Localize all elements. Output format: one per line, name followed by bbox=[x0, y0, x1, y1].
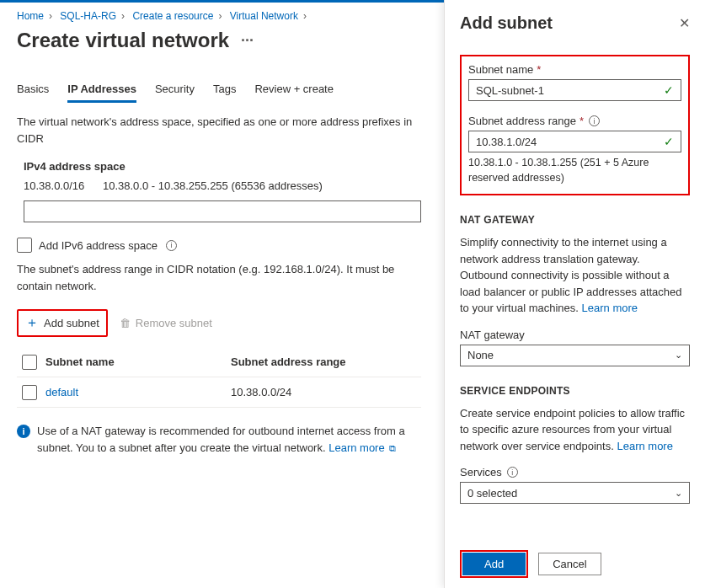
ipv4-address-line: 10.38.0.0/16 10.38.0.0 - 10.38.255.255 (… bbox=[24, 179, 421, 192]
address-space-input[interactable] bbox=[24, 200, 421, 222]
subnets-table: Subnet name Subnet address range default… bbox=[17, 347, 421, 408]
subnet-link-default[interactable]: default bbox=[45, 386, 78, 398]
breadcrumb: Home› SQL-HA-RG› Create a resource› Virt… bbox=[17, 10, 421, 22]
tab-basics[interactable]: Basics bbox=[17, 78, 49, 103]
ipv6-checkbox-label: Add IPv6 address space bbox=[39, 239, 158, 252]
add-subnet-panel: Add subnet ✕ Subnet name* SQL-subnet-1 ✓… bbox=[444, 0, 705, 588]
add-subnet-button[interactable]: ＋ Add subnet bbox=[20, 313, 104, 334]
tabs: Basics IP Addresses Security Tags Review… bbox=[17, 78, 421, 104]
info-icon[interactable]: i bbox=[507, 467, 518, 478]
breadcrumb-rg[interactable]: SQL-HA-RG bbox=[60, 10, 116, 22]
chevron-down-icon: ⌄ bbox=[675, 488, 682, 499]
select-all-checkbox[interactable] bbox=[22, 355, 37, 370]
nat-info-text: Use of a NAT gateway is recommended for … bbox=[37, 423, 421, 456]
se-learn-more-link[interactable]: Learn more bbox=[617, 440, 672, 452]
nat-gateway-heading: NAT GATEWAY bbox=[460, 214, 690, 226]
tab-ip-addresses[interactable]: IP Addresses bbox=[67, 78, 136, 103]
trash-icon: 🗑 bbox=[120, 317, 131, 329]
breadcrumb-home[interactable]: Home bbox=[17, 10, 44, 22]
service-endpoints-heading: SERVICE ENDPOINTS bbox=[460, 385, 690, 397]
nat-gateway-select[interactable]: None ⌄ bbox=[460, 345, 690, 366]
external-link-icon: ⧉ bbox=[387, 443, 396, 453]
tab-tags[interactable]: Tags bbox=[213, 78, 236, 103]
nat-gateway-text: Simplify connectivity to the internet us… bbox=[460, 234, 690, 317]
info-icon: i bbox=[17, 425, 30, 438]
service-endpoints-text: Create service endpoint policies to allo… bbox=[460, 405, 690, 455]
col-subnet-range: Subnet address range bbox=[231, 355, 421, 368]
ipv4-label: IPv4 address space bbox=[24, 160, 421, 173]
ipv6-checkbox[interactable] bbox=[17, 238, 32, 253]
address-space-description: The virtual network's address space, spe… bbox=[17, 114, 421, 147]
breadcrumb-current: Virtual Network bbox=[230, 10, 298, 22]
subnet-range-hint: 10.38.1.0 - 10.38.1.255 (251 + 5 Azure r… bbox=[468, 156, 681, 185]
check-icon: ✓ bbox=[664, 83, 674, 97]
close-icon[interactable]: ✕ bbox=[679, 15, 690, 31]
check-icon: ✓ bbox=[664, 135, 674, 148]
subnet-range-input[interactable]: 10.38.1.0/24 ✓ bbox=[468, 131, 681, 152]
breadcrumb-create[interactable]: Create a resource bbox=[132, 10, 213, 22]
info-icon[interactable]: i bbox=[589, 115, 600, 126]
panel-title: Add subnet bbox=[460, 13, 553, 33]
page-title: Create virtual network ··· bbox=[17, 29, 421, 52]
nat-learn-more-link[interactable]: Learn more bbox=[582, 302, 638, 314]
table-row: default 10.38.0.0/24 bbox=[17, 377, 421, 408]
info-icon[interactable]: i bbox=[166, 240, 177, 251]
row-checkbox[interactable] bbox=[22, 385, 37, 400]
subnet-name-input[interactable]: SQL-subnet-1 ✓ bbox=[468, 79, 681, 101]
add-button[interactable]: Add bbox=[462, 553, 526, 575]
learn-more-link[interactable]: Learn more ⧉ bbox=[328, 441, 396, 454]
plus-icon: ＋ bbox=[25, 314, 39, 332]
chevron-down-icon: ⌄ bbox=[675, 350, 682, 361]
tab-review[interactable]: Review + create bbox=[254, 78, 334, 103]
nat-gateway-label: NAT gateway bbox=[460, 329, 690, 341]
col-subnet-name: Subnet name bbox=[45, 355, 231, 368]
services-label: Services i bbox=[460, 466, 690, 478]
subnet-description: The subnet's address range in CIDR notat… bbox=[17, 261, 421, 294]
services-select[interactable]: 0 selected ⌄ bbox=[460, 482, 690, 504]
remove-subnet-button: 🗑 Remove subnet bbox=[120, 317, 212, 329]
subnet-name-label: Subnet name* bbox=[468, 63, 681, 76]
cancel-button[interactable]: Cancel bbox=[538, 553, 601, 575]
tab-security[interactable]: Security bbox=[155, 78, 195, 103]
more-icon[interactable]: ··· bbox=[241, 32, 254, 50]
subnet-range-label: Subnet address range* i bbox=[468, 115, 681, 127]
subnet-range-value: 10.38.0.0/24 bbox=[231, 386, 421, 398]
